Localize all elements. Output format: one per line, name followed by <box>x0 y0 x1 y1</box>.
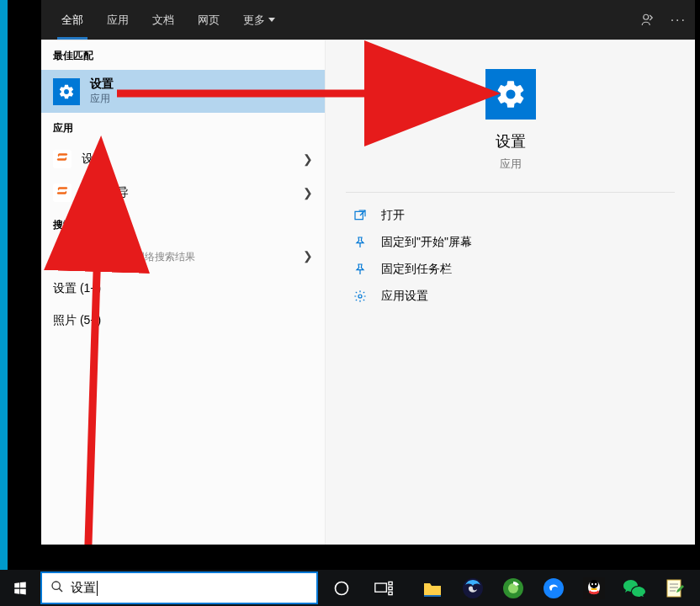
svg-point-22 <box>590 580 598 588</box>
app-item-1-title: 设置 <box>82 152 105 167</box>
taskbar: 设置 <box>0 570 700 606</box>
svg-point-9 <box>52 582 60 589</box>
round-blue-app-icon[interactable] <box>537 571 570 605</box>
app-item-1[interactable]: 设置 ❯ <box>41 142 325 176</box>
web-item-suffix: - 查看网络搜索结果 <box>105 251 195 263</box>
action-pin-start-label: 固定到"开始"屏幕 <box>381 235 472 250</box>
svg-line-2 <box>64 258 67 261</box>
tab-all[interactable]: 全部 <box>50 0 95 40</box>
tab-more-label: 更多 <box>243 13 265 28</box>
section-apps: 应用 <box>41 113 325 142</box>
action-open[interactable]: 打开 <box>353 208 675 223</box>
chevron-right-icon: ❯ <box>303 249 313 263</box>
photos-count-line[interactable]: 照片 (5+) <box>41 305 325 337</box>
best-match-subtitle: 应用 <box>90 92 114 106</box>
notepad-icon[interactable] <box>658 571 692 605</box>
chevron-down-icon <box>268 18 275 23</box>
web-search-item[interactable]: 设置 - 查看网络搜索结果 ❯ <box>41 239 325 273</box>
windows-logo-icon <box>13 581 28 596</box>
chevron-right-icon: ❯ <box>303 152 313 166</box>
desktop-left-strip <box>0 0 8 606</box>
action-pin-taskbar-label: 固定到任务栏 <box>381 262 452 277</box>
section-search-web: 搜索网页 <box>41 210 325 239</box>
qq-icon[interactable] <box>577 571 611 605</box>
sogou-pinyin-icon <box>53 183 72 202</box>
tab-more[interactable]: 更多 <box>231 0 287 40</box>
web-search-text: 设置 - 查看网络搜索结果 <box>82 248 195 264</box>
text-caret <box>97 581 98 596</box>
preview-tile-icon <box>485 69 536 120</box>
section-best-match: 最佳匹配 <box>41 40 325 70</box>
taskbar-pinned-apps <box>407 570 700 606</box>
open-icon <box>353 208 368 223</box>
file-explorer-icon[interactable] <box>416 571 449 605</box>
sogou-pinyin-icon <box>53 150 72 168</box>
more-options-icon[interactable]: ··· <box>671 13 687 28</box>
action-app-settings[interactable]: 应用设置 <box>353 289 675 304</box>
app-item-2-title: 设置向导 <box>82 185 129 200</box>
settings-count-line[interactable]: 设置 (1+) <box>41 273 325 305</box>
sogou-browser-icon[interactable] <box>456 571 490 605</box>
panel-body: 最佳匹配 设置 应用 应用 设置 ❯ <box>41 40 695 545</box>
360-browser-icon[interactable] <box>496 571 530 605</box>
best-match-text: 设置 应用 <box>90 77 114 106</box>
svg-point-0 <box>643 14 648 19</box>
preview-title: 设置 <box>496 131 526 152</box>
app-item-2[interactable]: 设置向导 ❯ <box>41 176 325 210</box>
settings-tile-icon <box>53 78 80 105</box>
svg-rect-15 <box>389 592 392 594</box>
search-input-text[interactable]: 设置 <box>71 580 98 596</box>
svg-rect-14 <box>389 587 392 589</box>
wechat-icon[interactable] <box>618 571 651 605</box>
tab-apps[interactable]: 应用 <box>95 0 141 40</box>
svg-point-1 <box>57 251 65 258</box>
svg-point-23 <box>591 582 593 585</box>
task-view-icon[interactable] <box>367 571 400 605</box>
pin-icon <box>353 262 368 277</box>
taskbar-search-box[interactable]: 设置 <box>40 571 318 604</box>
search-results-panel: 全部 应用 文档 网页 更多 ··· 最佳匹配 设置 应用 应用 <box>41 0 695 545</box>
preview-hero: 设置 应用 <box>346 61 675 193</box>
svg-rect-13 <box>389 582 392 584</box>
results-column: 最佳匹配 设置 应用 应用 设置 ❯ <box>41 40 325 545</box>
start-button[interactable] <box>0 570 40 606</box>
cortana-icon[interactable] <box>325 571 358 605</box>
action-pin-taskbar[interactable]: 固定到任务栏 <box>353 262 675 277</box>
preview-column: 设置 应用 打开 固定到"开始"屏幕 <box>325 40 695 545</box>
svg-rect-3 <box>355 211 363 219</box>
chevron-right-icon: ❯ <box>303 186 313 199</box>
preview-subtitle: 应用 <box>500 157 522 172</box>
preview-actions: 打开 固定到"开始"屏幕 固定到任务栏 <box>346 193 675 304</box>
action-app-settings-label: 应用设置 <box>381 289 428 304</box>
search-icon <box>53 247 72 265</box>
tabs-right-actions: ··· <box>640 0 687 40</box>
best-match-item[interactable]: 设置 应用 <box>41 70 325 113</box>
web-item-title: 设置 <box>82 249 105 263</box>
tab-web[interactable]: 网页 <box>186 0 231 40</box>
search-icon <box>50 580 64 597</box>
best-match-title: 设置 <box>90 77 114 92</box>
svg-point-6 <box>358 295 362 298</box>
svg-point-19 <box>544 578 564 598</box>
svg-line-10 <box>59 588 62 592</box>
svg-point-11 <box>336 582 348 594</box>
action-pin-start[interactable]: 固定到"开始"屏幕 <box>353 235 675 250</box>
taskbar-fixed-icons <box>318 570 407 606</box>
gear-icon <box>353 289 368 304</box>
action-open-label: 打开 <box>381 208 405 223</box>
filter-tabs-bar: 全部 应用 文档 网页 更多 ··· <box>41 0 695 40</box>
feedback-icon[interactable] <box>640 13 655 28</box>
svg-rect-12 <box>375 583 387 592</box>
svg-rect-25 <box>667 580 681 597</box>
tab-docs[interactable]: 文档 <box>141 0 186 40</box>
svg-point-24 <box>595 582 597 585</box>
pin-icon <box>353 235 368 250</box>
